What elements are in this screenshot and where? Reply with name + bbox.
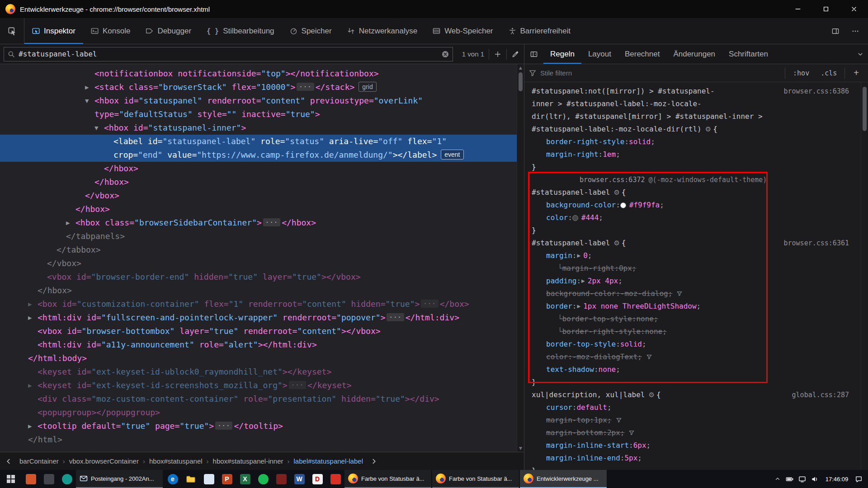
stylesheet-source-link[interactable]: global.css:287 [792, 389, 861, 401]
twisty-closed-icon[interactable]: ▶ [28, 379, 38, 393]
css-declaration[interactable]: background-color: #f9f9fa; [524, 199, 861, 211]
markup-line[interactable]: </hbox> [0, 284, 517, 297]
stylesheet-source-link[interactable]: browser.css:6372 [580, 174, 645, 186]
markup-line[interactable]: <keyset id="ext-keyset-id-ublock0_raymon… [0, 365, 517, 379]
stylesheet-source-link[interactable]: browser.css:6386 [784, 85, 861, 98]
markup-line[interactable]: ▼<hbox id="statuspanel-inner"> [0, 121, 517, 135]
markup-line[interactable]: </html> [0, 433, 517, 446]
clear-search-icon[interactable] [442, 51, 449, 58]
search-input[interactable]: #statuspanel-label [19, 50, 438, 58]
explorer-icon[interactable] [182, 470, 200, 488]
breadcrumb-forward-button[interactable] [367, 452, 381, 470]
markup-line[interactable]: ▶<hbox class="browserSidebarContainer">·… [0, 216, 517, 230]
markup-scrollbar[interactable]: ▲ ▼ [517, 64, 524, 452]
devtools-menu-button[interactable] [845, 18, 865, 44]
edge-icon[interactable]: e [164, 470, 182, 488]
twisty-open-icon[interactable]: ▼ [94, 122, 104, 135]
minimize-button[interactable] [784, 0, 812, 18]
task-firefox-2[interactable]: Farbe von Statusbar ä... [432, 470, 519, 488]
css-declaration[interactable]: border-top-style: solid; [524, 338, 861, 351]
collapsed-children-ellipsis[interactable]: ··· [263, 218, 280, 226]
maximize-button[interactable] [812, 0, 840, 18]
collapsed-children-ellipsis[interactable]: ··· [387, 313, 404, 321]
markup-line[interactable]: type="defaultStatus" style="" inactive="… [0, 108, 517, 121]
markup-line[interactable]: crop="end" value="https://www.camp-firef… [0, 148, 517, 162]
markup-line[interactable]: <label id="statuspanel-label" role="stat… [0, 135, 517, 148]
breadcrumb-item[interactable]: label#statuspanel-label [290, 457, 367, 465]
breadcrumb-item[interactable]: hbox#statuspanel-inner [209, 457, 288, 465]
scrollbar-thumb[interactable] [519, 72, 523, 91]
action-center-icon[interactable] [855, 475, 863, 483]
rule-gear-icon[interactable]: ⚙ [705, 123, 711, 136]
expand-shorthand-icon[interactable]: ▶ [577, 249, 580, 262]
css-declaration[interactable]: margin-inline-end: 5px; [524, 452, 861, 465]
close-button[interactable] [840, 0, 868, 18]
scrollbar-thumb[interactable] [863, 87, 867, 131]
twisty-closed-icon[interactable]: ▶ [28, 420, 38, 433]
split-console-button[interactable] [826, 18, 845, 44]
rule-selector[interactable]: inner > #statuspanel-label:-moz-locale- [524, 98, 861, 110]
twisty-closed-icon[interactable]: ▶ [28, 311, 38, 325]
color-swatch[interactable] [572, 215, 578, 221]
css-declaration[interactable]: text-shadow: none; [524, 363, 861, 376]
excel-icon[interactable]: X [236, 470, 254, 488]
stylesheet-source-link[interactable]: browser.css:6361 [784, 237, 861, 249]
class-panel-button[interactable]: .cls [817, 69, 840, 77]
sidebar-tab-regeln[interactable]: Regeln [543, 44, 581, 64]
expand-shorthand-icon[interactable]: ▶ [581, 275, 585, 287]
css-declaration[interactable]: margin-right: 1em; [524, 148, 861, 161]
markup-line[interactable]: <notificationbox notificationside="top">… [0, 67, 517, 80]
collapsed-children-ellipsis[interactable]: ··· [215, 422, 232, 430]
node-picker-button[interactable] [0, 18, 24, 44]
markup-line[interactable]: </tabpanels> [0, 230, 517, 243]
tray-expand-icon[interactable] [774, 476, 781, 482]
tab-web-speicher[interactable]: Web-Speicher [425, 18, 500, 44]
sidebar-toggle-button[interactable] [524, 44, 543, 64]
breadcrumb-item[interactable]: hbox#statuspanel [145, 457, 207, 465]
markup-line[interactable]: </hbox> [0, 202, 517, 216]
breadcrumb-item[interactable]: vbox.browserContainer [65, 457, 143, 465]
tab-konsole[interactable]: Konsole [83, 18, 138, 44]
sidebar-tab-schriftarten[interactable]: Schriftarten [722, 44, 775, 64]
pinned-app-5-icon[interactable] [272, 470, 290, 488]
markup-line[interactable]: <div class="moz-custom-content-container… [0, 392, 517, 406]
css-declaration[interactable]: padding: ▶ 2px 4px; [524, 275, 861, 287]
tab-stilbearbeitung[interactable]: { }Stilbearbeitung [199, 18, 282, 44]
battery-icon[interactable] [786, 475, 793, 483]
css-declaration[interactable]: └ margin-right: 0px; [524, 262, 861, 275]
add-rule-button[interactable]: + [849, 68, 863, 78]
task-mail[interactable]: Posteingang - 2002An... [76, 470, 163, 488]
collapsed-children-ellipsis[interactable]: ··· [289, 381, 306, 389]
collapsed-children-ellipsis[interactable]: ··· [421, 300, 438, 308]
markup-search-box[interactable]: #statuspanel-label [4, 47, 453, 61]
breadcrumb-back-button[interactable] [2, 452, 15, 470]
markup-line[interactable]: ▼<hbox id="statuspanel" renderroot="cont… [0, 94, 517, 108]
twisty-closed-icon[interactable]: ▶ [66, 216, 75, 230]
powerpoint-icon[interactable]: P [218, 470, 236, 488]
tab-debugger[interactable]: Debugger [138, 18, 199, 44]
expand-shorthand-icon[interactable]: ▶ [577, 300, 580, 313]
css-declaration[interactable]: margin-top: 1px; [524, 414, 861, 427]
rule-selector[interactable]: #statuspanel:not([mirror]) > #statuspane… [524, 85, 861, 98]
pinned-app-3-icon[interactable] [58, 470, 76, 488]
word-icon[interactable]: W [290, 470, 308, 488]
markup-line[interactable]: ▶<keyset id="ext-keyset-id-screenshots_m… [0, 379, 517, 392]
spotify-icon[interactable] [254, 470, 272, 488]
speaker-icon[interactable] [811, 475, 819, 483]
markup-line[interactable]: ▶<stack class="browserStack" flex="10000… [0, 80, 517, 94]
css-declaration[interactable]: background-color: -moz-dialog; [524, 287, 861, 300]
scroll-down-icon[interactable]: ▼ [517, 445, 524, 452]
markup-line[interactable]: </tabbox> [0, 243, 517, 257]
pinned-app-7-icon[interactable] [326, 470, 344, 488]
task-devtools[interactable]: Entwicklerwerkzeuge ... [520, 470, 607, 488]
pinned-app-2-icon[interactable] [40, 470, 58, 488]
tab-barrierefreiheit[interactable]: Barrierefreiheit [501, 18, 579, 44]
twisty-open-icon[interactable]: ▼ [85, 94, 94, 108]
rule-selector[interactable]: #statuspanel-label⚙{browser.css:6361 [524, 237, 861, 249]
filter-styles-input[interactable]: Stile filtern [540, 69, 781, 77]
sidebar-tab-layout[interactable]: Layout [581, 44, 618, 64]
rule-gear-icon[interactable]: ⚙ [648, 389, 654, 401]
window-titlebar[interactable]: Entwicklerwerkzeuge - chrome://browser/c… [0, 0, 868, 18]
color-swatch[interactable] [620, 202, 626, 208]
css-declaration[interactable]: border-right-style: solid; [524, 136, 861, 148]
